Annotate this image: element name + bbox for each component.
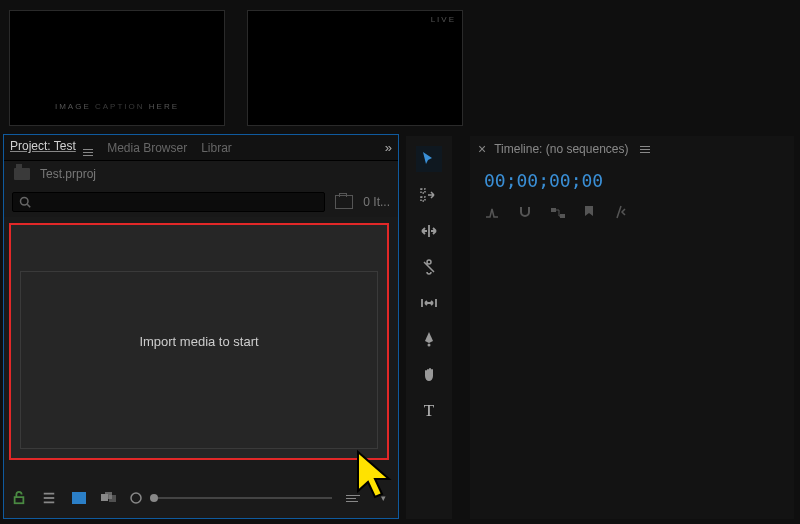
tab-project[interactable]: Project: Test: [10, 139, 93, 156]
marker-icon[interactable]: [584, 205, 594, 222]
svg-point-0: [21, 198, 29, 206]
svg-point-10: [131, 493, 141, 503]
media-inner-frame: [20, 271, 378, 449]
search-row: 0 It...: [4, 187, 398, 217]
timeline-timecode[interactable]: 00;00;00;00: [470, 162, 794, 199]
svg-rect-2: [15, 497, 24, 503]
slip-tool[interactable]: [416, 290, 442, 316]
timeline-tool-row: [470, 199, 794, 228]
timeline-menu-icon[interactable]: [640, 146, 650, 153]
timeline-panel: × Timeline: (no sequences) 00;00;00;00: [470, 136, 794, 519]
search-input[interactable]: [12, 192, 325, 212]
snap-icon[interactable]: [518, 205, 532, 222]
project-icon: [14, 168, 30, 180]
ripple-edit-tool[interactable]: [416, 218, 442, 244]
tab-media-browser[interactable]: Media Browser: [107, 141, 187, 155]
lock-icon[interactable]: [10, 489, 28, 507]
close-icon[interactable]: ×: [478, 141, 486, 157]
panel-tabbar: Project: Test Media Browser Librar »: [4, 135, 398, 161]
sort-dropdown-icon[interactable]: ▾: [374, 489, 392, 507]
svg-rect-6: [72, 492, 86, 504]
freeform-view-icon[interactable]: [100, 489, 118, 507]
svg-point-16: [428, 344, 431, 347]
pen-tool[interactable]: [416, 326, 442, 352]
preview-caption: IMAGE CAPTION HERE: [55, 102, 179, 111]
zoom-slider[interactable]: [154, 495, 332, 501]
settings-icon[interactable]: [612, 205, 626, 222]
icon-view-icon[interactable]: [70, 489, 88, 507]
insert-icon[interactable]: [484, 205, 500, 222]
svg-rect-17: [551, 208, 556, 212]
selection-tool[interactable]: [416, 146, 442, 172]
svg-rect-12: [421, 197, 425, 201]
list-view-icon[interactable]: [40, 489, 58, 507]
tool-palette: T: [406, 136, 452, 519]
panel-bottom-toolbar: ▾: [10, 484, 392, 512]
panel-menu-icon[interactable]: [83, 149, 93, 156]
svg-line-1: [27, 204, 30, 207]
preview-thumbnail-1: IMAGE CAPTION HERE: [9, 10, 225, 126]
tabs-overflow-icon[interactable]: »: [385, 140, 392, 155]
project-panel: Project: Test Media Browser Librar » Tes…: [3, 134, 399, 519]
project-file-row: Test.prproj: [4, 161, 398, 187]
timeline-header: × Timeline: (no sequences): [470, 136, 794, 162]
live-badge: LIVE: [431, 15, 456, 24]
track-select-forward-tool[interactable]: [416, 182, 442, 208]
hand-tool[interactable]: [416, 362, 442, 388]
timeline-title: Timeline: (no sequences): [494, 142, 628, 156]
razor-tool[interactable]: [416, 254, 442, 280]
zoom-out-icon[interactable]: [130, 489, 142, 507]
svg-rect-18: [560, 214, 565, 218]
item-count: 0 It...: [363, 195, 390, 209]
sort-icon[interactable]: [344, 489, 362, 507]
media-drop-area[interactable]: Import media to start: [9, 223, 389, 460]
new-bin-icon[interactable]: [335, 195, 353, 209]
svg-rect-9: [109, 495, 116, 502]
project-filename: Test.prproj: [40, 167, 96, 181]
tab-libraries[interactable]: Librar: [201, 141, 232, 155]
linked-selection-icon[interactable]: [550, 205, 566, 222]
type-tool[interactable]: T: [416, 398, 442, 424]
search-icon: [19, 196, 31, 208]
svg-rect-11: [421, 189, 425, 193]
preview-thumbnail-2: LIVE: [247, 10, 463, 126]
